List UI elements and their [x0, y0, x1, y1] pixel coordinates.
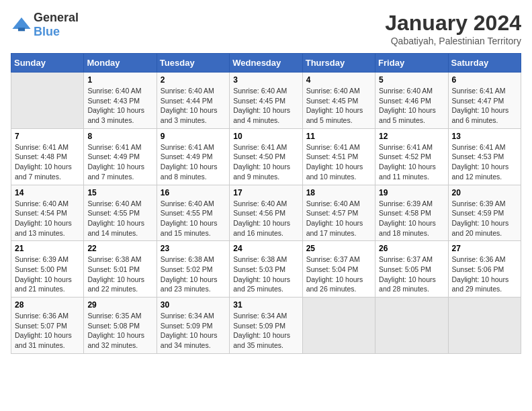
day-info: Sunrise: 6:38 AMSunset: 5:03 PMDaylight:…: [233, 255, 298, 294]
day-number: 1: [87, 75, 152, 85]
day-number: 19: [379, 188, 444, 197]
day-number: 26: [379, 244, 444, 253]
day-number: 30: [161, 300, 226, 310]
calendar-cell: 30Sunrise: 6:34 AMSunset: 5:09 PMDayligh…: [157, 298, 229, 354]
column-header-monday: Monday: [84, 54, 157, 73]
day-info: Sunrise: 6:41 AMSunset: 4:51 PMDaylight:…: [306, 142, 371, 182]
calendar-cell: 7Sunrise: 6:41 AMSunset: 4:48 PMDaylight…: [11, 128, 84, 185]
calendar-cell: 13Sunrise: 6:41 AMSunset: 4:53 PMDayligh…: [448, 128, 521, 185]
week-row-2: 7Sunrise: 6:41 AMSunset: 4:48 PMDaylight…: [11, 128, 521, 185]
day-info: Sunrise: 6:34 AMSunset: 5:09 PMDaylight:…: [161, 311, 226, 351]
calendar-cell: 19Sunrise: 6:39 AMSunset: 4:58 PMDayligh…: [375, 185, 448, 241]
day-info: Sunrise: 6:41 AMSunset: 4:49 PMDaylight:…: [87, 142, 152, 182]
day-number: 11: [306, 132, 371, 141]
day-number: 4: [306, 75, 371, 85]
calendar-cell: 8Sunrise: 6:41 AMSunset: 4:49 PMDaylight…: [84, 128, 157, 185]
calendar-cell: 29Sunrise: 6:35 AMSunset: 5:08 PMDayligh…: [84, 298, 157, 354]
calendar-cell: 22Sunrise: 6:38 AMSunset: 5:01 PMDayligh…: [84, 241, 157, 298]
calendar-cell: 28Sunrise: 6:36 AMSunset: 5:07 PMDayligh…: [11, 298, 84, 354]
day-info: Sunrise: 6:41 AMSunset: 4:47 PMDaylight:…: [452, 86, 517, 126]
day-info: Sunrise: 6:41 AMSunset: 4:53 PMDaylight:…: [452, 142, 517, 182]
calendar-cell: 31Sunrise: 6:34 AMSunset: 5:09 PMDayligh…: [230, 298, 302, 354]
day-info: Sunrise: 6:41 AMSunset: 4:52 PMDaylight:…: [379, 142, 444, 182]
day-number: 7: [15, 132, 80, 141]
calendar-cell: 5Sunrise: 6:40 AMSunset: 4:46 PMDaylight…: [375, 73, 448, 129]
calendar-cell: 6Sunrise: 6:41 AMSunset: 4:47 PMDaylight…: [448, 73, 521, 129]
calendar-cell: 11Sunrise: 6:41 AMSunset: 4:51 PMDayligh…: [302, 128, 375, 185]
location-subtitle: Qabatiyah, Palestinian Territory: [385, 36, 521, 46]
day-info: Sunrise: 6:41 AMSunset: 4:49 PMDaylight:…: [161, 142, 226, 182]
calendar-cell: 23Sunrise: 6:38 AMSunset: 5:02 PMDayligh…: [157, 241, 229, 298]
day-info: Sunrise: 6:40 AMSunset: 4:44 PMDaylight:…: [161, 86, 226, 126]
calendar-cell: 25Sunrise: 6:37 AMSunset: 5:04 PMDayligh…: [302, 241, 375, 298]
header: General Blue January 2024 Qabatiyah, Pal…: [11, 11, 521, 46]
week-row-4: 21Sunrise: 6:39 AMSunset: 5:00 PMDayligh…: [11, 241, 521, 298]
day-info: Sunrise: 6:38 AMSunset: 5:01 PMDaylight:…: [87, 255, 152, 294]
logo-blue: Blue: [34, 25, 60, 38]
svg-marker-0: [12, 17, 30, 29]
calendar-header-row: SundayMondayTuesdayWednesdayThursdayFrid…: [11, 54, 521, 73]
day-number: 10: [233, 132, 298, 141]
day-info: Sunrise: 6:40 AMSunset: 4:45 PMDaylight:…: [306, 86, 371, 126]
calendar-cell: [302, 298, 375, 354]
day-number: 25: [306, 244, 371, 253]
day-number: 18: [306, 188, 371, 197]
calendar-table: SundayMondayTuesdayWednesdayThursdayFrid…: [11, 53, 521, 354]
day-number: 22: [87, 244, 152, 253]
day-info: Sunrise: 6:36 AMSunset: 5:06 PMDaylight:…: [452, 255, 517, 294]
day-number: 17: [233, 188, 298, 197]
calendar-cell: 27Sunrise: 6:36 AMSunset: 5:06 PMDayligh…: [448, 241, 521, 298]
day-info: Sunrise: 6:40 AMSunset: 4:56 PMDaylight:…: [233, 199, 298, 238]
calendar-cell: [375, 298, 448, 354]
calendar-cell: [11, 73, 84, 129]
day-number: 5: [379, 75, 444, 85]
day-info: Sunrise: 6:40 AMSunset: 4:43 PMDaylight:…: [87, 86, 152, 126]
day-number: 31: [233, 300, 298, 310]
day-info: Sunrise: 6:37 AMSunset: 5:04 PMDaylight:…: [306, 255, 371, 294]
day-number: 14: [15, 188, 80, 197]
day-info: Sunrise: 6:40 AMSunset: 4:46 PMDaylight:…: [379, 86, 444, 126]
calendar-cell: 4Sunrise: 6:40 AMSunset: 4:45 PMDaylight…: [302, 73, 375, 129]
day-number: 28: [15, 300, 80, 310]
calendar-cell: 15Sunrise: 6:40 AMSunset: 4:55 PMDayligh…: [84, 185, 157, 241]
day-info: Sunrise: 6:36 AMSunset: 5:07 PMDaylight:…: [15, 311, 80, 351]
day-info: Sunrise: 6:41 AMSunset: 4:48 PMDaylight:…: [15, 142, 80, 182]
day-number: 3: [233, 75, 298, 85]
calendar-cell: 21Sunrise: 6:39 AMSunset: 5:00 PMDayligh…: [11, 241, 84, 298]
day-number: 20: [452, 188, 517, 197]
day-number: 29: [87, 300, 152, 310]
day-info: Sunrise: 6:40 AMSunset: 4:57 PMDaylight:…: [306, 199, 371, 238]
day-info: Sunrise: 6:41 AMSunset: 4:50 PMDaylight:…: [233, 142, 298, 182]
day-number: 24: [233, 244, 298, 253]
column-header-friday: Friday: [375, 54, 448, 73]
column-header-saturday: Saturday: [448, 54, 521, 73]
week-row-1: 1Sunrise: 6:40 AMSunset: 4:43 PMDaylight…: [11, 73, 521, 129]
logo: General Blue: [11, 11, 79, 39]
week-row-5: 28Sunrise: 6:36 AMSunset: 5:07 PMDayligh…: [11, 298, 521, 354]
month-title: January 2024: [385, 11, 521, 36]
day-number: 21: [15, 244, 80, 253]
day-info: Sunrise: 6:35 AMSunset: 5:08 PMDaylight:…: [87, 311, 152, 351]
calendar-cell: 20Sunrise: 6:39 AMSunset: 4:59 PMDayligh…: [448, 185, 521, 241]
column-header-sunday: Sunday: [11, 54, 84, 73]
calendar-cell: 2Sunrise: 6:40 AMSunset: 4:44 PMDaylight…: [157, 73, 229, 129]
calendar-cell: 17Sunrise: 6:40 AMSunset: 4:56 PMDayligh…: [230, 185, 302, 241]
day-info: Sunrise: 6:37 AMSunset: 5:05 PMDaylight:…: [379, 255, 444, 294]
day-info: Sunrise: 6:40 AMSunset: 4:45 PMDaylight:…: [233, 86, 298, 126]
calendar-cell: 12Sunrise: 6:41 AMSunset: 4:52 PMDayligh…: [375, 128, 448, 185]
column-header-wednesday: Wednesday: [230, 54, 302, 73]
day-number: 23: [161, 244, 226, 253]
week-row-3: 14Sunrise: 6:40 AMSunset: 4:54 PMDayligh…: [11, 185, 521, 241]
calendar-cell: 10Sunrise: 6:41 AMSunset: 4:50 PMDayligh…: [230, 128, 302, 185]
calendar-cell: 14Sunrise: 6:40 AMSunset: 4:54 PMDayligh…: [11, 185, 84, 241]
day-info: Sunrise: 6:38 AMSunset: 5:02 PMDaylight:…: [161, 255, 226, 294]
calendar-cell: 9Sunrise: 6:41 AMSunset: 4:49 PMDaylight…: [157, 128, 229, 185]
column-header-tuesday: Tuesday: [157, 54, 229, 73]
title-area: January 2024 Qabatiyah, Palestinian Terr…: [385, 11, 521, 46]
day-number: 13: [452, 132, 517, 141]
day-number: 15: [87, 188, 152, 197]
day-number: 12: [379, 132, 444, 141]
day-number: 16: [161, 188, 226, 197]
day-info: Sunrise: 6:34 AMSunset: 5:09 PMDaylight:…: [233, 311, 298, 351]
calendar-cell: 16Sunrise: 6:40 AMSunset: 4:55 PMDayligh…: [157, 185, 229, 241]
